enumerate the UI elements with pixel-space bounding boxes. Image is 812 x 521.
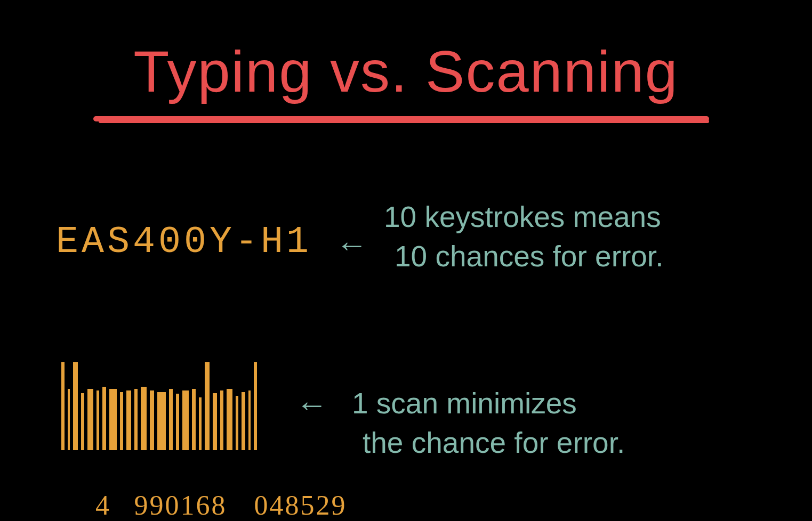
barcode-bar — [220, 390, 223, 450]
barcode-bar — [73, 362, 78, 450]
barcode-bar — [182, 390, 189, 450]
barcode-bar — [134, 389, 138, 451]
barcode-number: 4990168048529 — [35, 458, 360, 521]
barcode-number-part1: 4 — [86, 490, 120, 521]
barcode-bar — [199, 397, 202, 450]
barcode-bar — [141, 387, 147, 450]
barcode-block: 4990168048529 — [61, 362, 257, 450]
barcode-bar — [213, 393, 217, 450]
diagram-title: Typing vs. Scanning — [0, 37, 812, 105]
arrow-left-icon: ← — [296, 386, 328, 423]
diagram-canvas: Typing vs. Scanning EAS400Y-H1 ← 10 keys… — [0, 0, 812, 521]
barcode-bar — [242, 392, 245, 450]
scanning-annotation: 1 scan minimizes the chance for error. — [352, 384, 625, 463]
typing-annotation-line2: 10 chances for error. — [384, 237, 663, 276]
barcode-bar — [126, 390, 131, 450]
barcode-bar — [227, 389, 232, 451]
barcode-bar — [68, 389, 70, 451]
barcode-bar — [120, 392, 123, 450]
scanning-annotation-line1: 1 scan minimizes — [352, 384, 625, 423]
barcode-bar — [81, 393, 84, 450]
barcode-bar — [236, 396, 238, 450]
barcode-bar — [157, 392, 166, 450]
barcode-number-part3: 048529 — [240, 490, 360, 521]
barcode-bar — [169, 389, 173, 451]
barcode-bar — [205, 362, 210, 450]
arrow-left-icon: ← — [336, 226, 368, 263]
barcode-bar — [254, 362, 257, 450]
scanning-annotation-line2: the chance for error. — [352, 423, 625, 462]
barcode-number-part2: 990168 — [120, 490, 240, 521]
typed-product-code: EAS400Y-H1 — [56, 221, 312, 263]
barcode-icon — [61, 362, 257, 450]
barcode-bar — [109, 389, 117, 451]
barcode-bar — [97, 390, 99, 450]
typing-annotation-line1: 10 keystrokes means — [384, 197, 663, 237]
barcode-bar — [248, 390, 251, 450]
barcode-bar — [87, 389, 93, 451]
typing-annotation: 10 keystrokes means 10 chances for error… — [384, 197, 663, 276]
barcode-bar — [61, 362, 65, 450]
barcode-bar — [192, 389, 196, 451]
barcode-bar — [176, 394, 179, 450]
title-underline-2 — [99, 120, 709, 123]
barcode-bar — [102, 387, 106, 450]
barcode-bar — [150, 390, 154, 450]
